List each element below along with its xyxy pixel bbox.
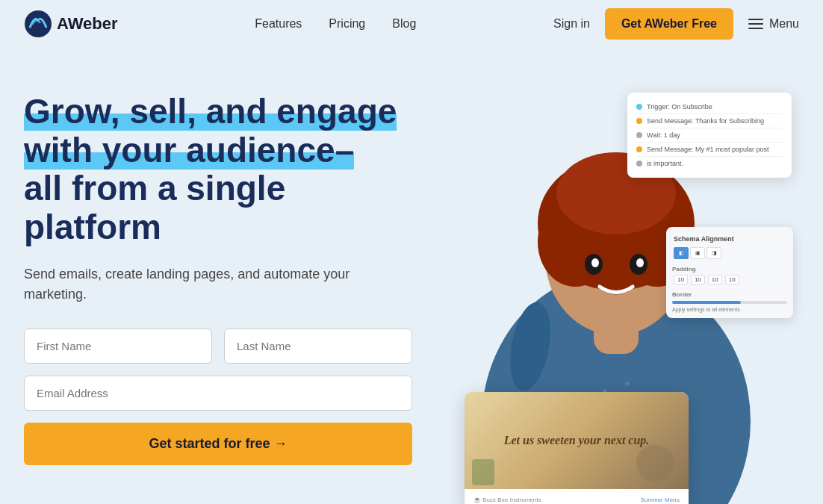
- automation-row-5: is important.: [636, 157, 783, 170]
- padding-left[interactable]: 10: [725, 275, 739, 284]
- align-left-btn[interactable]: ◧: [674, 247, 689, 259]
- first-name-input[interactable]: [24, 329, 212, 364]
- herb-decoration: [472, 459, 494, 485]
- coffee-cup-decoration: [636, 444, 674, 482]
- coffee-card-footer: ☕ Buzz Bee Instruments Summer Menu: [465, 489, 689, 504]
- hero-left-content: Grow, sell, and engage with your audienc…: [24, 78, 412, 465]
- border-slider-fill: [672, 301, 741, 304]
- automation-send1-label: Send Message: Thanks for Subscribing: [647, 117, 764, 125]
- border-slider[interactable]: [672, 301, 787, 304]
- svg-point-10: [591, 258, 599, 267]
- menu-button[interactable]: Menu: [748, 17, 799, 31]
- hero-title-plain: all from a single platform: [24, 169, 285, 246]
- border-label: Border: [672, 291, 787, 298]
- automation-row-4: Send Message: My #1 most popular post: [636, 143, 783, 157]
- automation-row-3: Wait: 1 day: [636, 128, 783, 143]
- nav-links: Features Pricing Blog: [255, 17, 416, 31]
- step-dot: [636, 104, 642, 110]
- hamburger-icon: [748, 19, 763, 29]
- svg-point-11: [636, 258, 644, 267]
- padding-right[interactable]: 10: [691, 275, 705, 284]
- automation-trigger-label: Trigger: On Subscribe: [647, 103, 712, 111]
- logo[interactable]: AWeber: [24, 10, 118, 38]
- nav-right: Sign in Get AWeber Free Menu: [553, 8, 799, 40]
- align-center-btn[interactable]: ▣: [690, 247, 705, 259]
- automation-wait-label: Wait: 1 day: [647, 131, 680, 139]
- alignment-buttons: ◧ ▣ ◨: [674, 247, 721, 259]
- step-dot: [636, 146, 642, 152]
- get-aweber-free-button[interactable]: Get AWeber Free: [605, 8, 733, 40]
- coffee-card-image: Let us sweeten your next cup.: [465, 392, 689, 489]
- logo-text: AWeber: [57, 14, 118, 34]
- hero-section: Grow, sell, and engage with your audienc…: [0, 48, 823, 504]
- editor-panel: Schema Alignment ◧ ▣ ◨ Padding 10 10 10 …: [666, 227, 793, 318]
- padding-bottom[interactable]: 10: [708, 275, 722, 284]
- get-started-button[interactable]: Get started for free →: [24, 423, 412, 465]
- coffee-card-brand: ☕ Buzz Bee Instruments: [473, 497, 541, 503]
- editor-schema-row: Schema Alignment: [672, 233, 787, 245]
- menu-label: Menu: [769, 17, 799, 31]
- automation-send2-label: Send Message: My #1 most popular post: [647, 146, 769, 153]
- hero-subtitle: Send emails, create landing pages, and a…: [24, 264, 412, 305]
- signin-link[interactable]: Sign in: [553, 17, 590, 31]
- padding-values-row: 10 10 10 10: [672, 273, 787, 287]
- apply-settings-label: Apply settings to all elements: [672, 307, 787, 312]
- hero-title-highlight: Grow, sell, and engage: [24, 92, 397, 131]
- coffee-tagline: Let us sweeten your next cup.: [504, 434, 650, 447]
- hero-right-visual: Trigger: On Subscribe Send Message: Than…: [412, 78, 799, 504]
- email-input[interactable]: [24, 376, 412, 411]
- nav-pricing-link[interactable]: Pricing: [329, 17, 365, 30]
- nav-features-link[interactable]: Features: [255, 17, 302, 30]
- navigation: AWeber Features Pricing Blog Sign in Get…: [0, 0, 823, 48]
- svg-point-0: [25, 10, 52, 37]
- automation-row-2: Send Message: Thanks for Subscribing: [636, 114, 783, 128]
- padding-top[interactable]: 10: [674, 275, 688, 284]
- automation-card: Trigger: On Subscribe Send Message: Than…: [627, 93, 792, 178]
- step-dot: [636, 161, 642, 167]
- step-dot: [636, 132, 642, 138]
- automation-row-1: Trigger: On Subscribe: [636, 100, 783, 114]
- step-dot: [636, 118, 642, 124]
- editor-align-btns: ◧ ▣ ◨: [672, 245, 787, 261]
- nav-blog-link[interactable]: Blog: [392, 17, 416, 30]
- svg-point-15: [625, 382, 630, 386]
- last-name-input[interactable]: [224, 329, 412, 364]
- hero-title-highlight2: with your audience–: [24, 131, 354, 169]
- coffee-card-link[interactable]: Summer Menu: [641, 497, 680, 503]
- name-fields-row: [24, 329, 412, 364]
- automation-extra-label: is important.: [647, 160, 683, 167]
- coffee-card-text: Let us sweeten your next cup.: [504, 432, 650, 449]
- landing-page-card: ↖ ⊞ T ◻ 🖼 ✏ 🔗 Let us sweeten your next c…: [465, 392, 689, 504]
- editor-schema-label: Schema Alignment: [674, 235, 734, 243]
- hero-title: Grow, sell, and engage with your audienc…: [24, 93, 412, 246]
- align-right-btn[interactable]: ◨: [706, 247, 721, 259]
- padding-label: Padding: [672, 266, 787, 273]
